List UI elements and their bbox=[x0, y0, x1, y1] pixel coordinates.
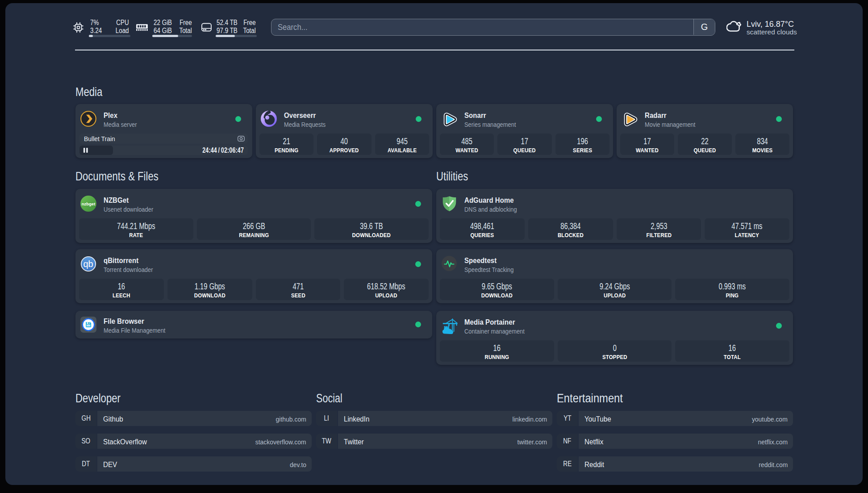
svg-text:nzbget: nzbget bbox=[82, 201, 96, 206]
svg-text:qb: qb bbox=[83, 259, 93, 269]
